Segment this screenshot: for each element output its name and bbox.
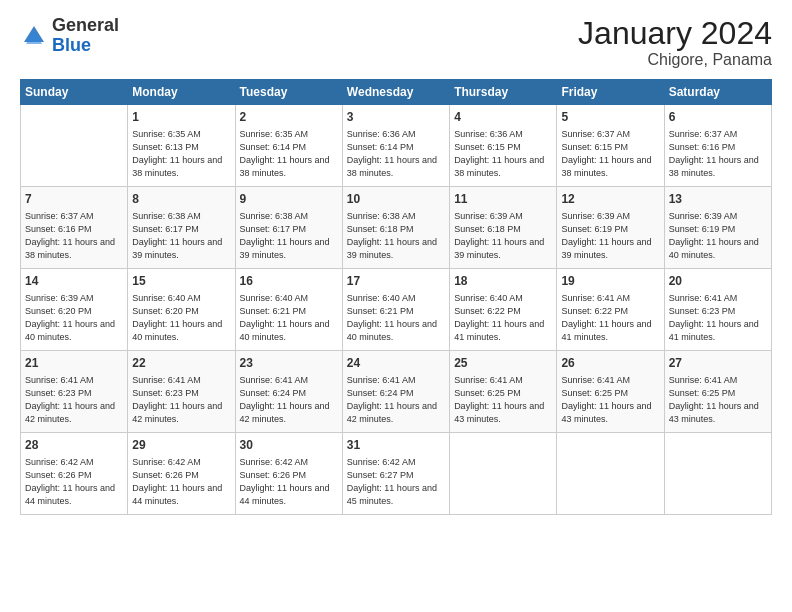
calendar-week-row: 21Sunrise: 6:41 AMSunset: 6:23 PMDayligh… (21, 351, 772, 433)
day-info: Sunrise: 6:41 AMSunset: 6:24 PMDaylight:… (240, 374, 338, 426)
day-number: 3 (347, 109, 445, 126)
calendar-week-row: 14Sunrise: 6:39 AMSunset: 6:20 PMDayligh… (21, 269, 772, 351)
logo-blue-text: Blue (52, 35, 91, 55)
day-info: Sunrise: 6:37 AMSunset: 6:15 PMDaylight:… (561, 128, 659, 180)
table-row: 12Sunrise: 6:39 AMSunset: 6:19 PMDayligh… (557, 187, 664, 269)
day-info: Sunrise: 6:35 AMSunset: 6:14 PMDaylight:… (240, 128, 338, 180)
day-info: Sunrise: 6:41 AMSunset: 6:25 PMDaylight:… (561, 374, 659, 426)
col-saturday: Saturday (664, 80, 771, 105)
day-number: 7 (25, 191, 123, 208)
table-row: 21Sunrise: 6:41 AMSunset: 6:23 PMDayligh… (21, 351, 128, 433)
calendar-week-row: 7Sunrise: 6:37 AMSunset: 6:16 PMDaylight… (21, 187, 772, 269)
day-number: 28 (25, 437, 123, 454)
day-info: Sunrise: 6:42 AMSunset: 6:26 PMDaylight:… (132, 456, 230, 508)
day-info: Sunrise: 6:39 AMSunset: 6:18 PMDaylight:… (454, 210, 552, 262)
table-row: 17Sunrise: 6:40 AMSunset: 6:21 PMDayligh… (342, 269, 449, 351)
col-sunday: Sunday (21, 80, 128, 105)
day-info: Sunrise: 6:35 AMSunset: 6:13 PMDaylight:… (132, 128, 230, 180)
day-info: Sunrise: 6:41 AMSunset: 6:25 PMDaylight:… (454, 374, 552, 426)
day-info: Sunrise: 6:37 AMSunset: 6:16 PMDaylight:… (25, 210, 123, 262)
table-row (664, 433, 771, 515)
day-number: 12 (561, 191, 659, 208)
day-number: 17 (347, 273, 445, 290)
table-row: 1Sunrise: 6:35 AMSunset: 6:13 PMDaylight… (128, 105, 235, 187)
day-info: Sunrise: 6:41 AMSunset: 6:23 PMDaylight:… (25, 374, 123, 426)
day-info: Sunrise: 6:39 AMSunset: 6:19 PMDaylight:… (669, 210, 767, 262)
logo: General Blue (20, 16, 119, 56)
day-number: 13 (669, 191, 767, 208)
day-number: 22 (132, 355, 230, 372)
day-number: 14 (25, 273, 123, 290)
col-friday: Friday (557, 80, 664, 105)
day-number: 16 (240, 273, 338, 290)
day-info: Sunrise: 6:39 AMSunset: 6:20 PMDaylight:… (25, 292, 123, 344)
table-row: 18Sunrise: 6:40 AMSunset: 6:22 PMDayligh… (450, 269, 557, 351)
day-number: 18 (454, 273, 552, 290)
table-row: 2Sunrise: 6:35 AMSunset: 6:14 PMDaylight… (235, 105, 342, 187)
day-info: Sunrise: 6:42 AMSunset: 6:26 PMDaylight:… (240, 456, 338, 508)
calendar-page: General Blue January 2024 Chigore, Panam… (0, 0, 792, 612)
logo-icon (20, 22, 48, 50)
table-row: 20Sunrise: 6:41 AMSunset: 6:23 PMDayligh… (664, 269, 771, 351)
day-info: Sunrise: 6:41 AMSunset: 6:24 PMDaylight:… (347, 374, 445, 426)
day-number: 20 (669, 273, 767, 290)
day-info: Sunrise: 6:41 AMSunset: 6:25 PMDaylight:… (669, 374, 767, 426)
day-number: 2 (240, 109, 338, 126)
day-info: Sunrise: 6:42 AMSunset: 6:27 PMDaylight:… (347, 456, 445, 508)
calendar-subtitle: Chigore, Panama (578, 51, 772, 69)
day-number: 8 (132, 191, 230, 208)
table-row: 30Sunrise: 6:42 AMSunset: 6:26 PMDayligh… (235, 433, 342, 515)
day-number: 19 (561, 273, 659, 290)
day-info: Sunrise: 6:40 AMSunset: 6:22 PMDaylight:… (454, 292, 552, 344)
day-number: 26 (561, 355, 659, 372)
table-row: 23Sunrise: 6:41 AMSunset: 6:24 PMDayligh… (235, 351, 342, 433)
day-info: Sunrise: 6:40 AMSunset: 6:20 PMDaylight:… (132, 292, 230, 344)
header: General Blue January 2024 Chigore, Panam… (20, 16, 772, 69)
day-number: 11 (454, 191, 552, 208)
table-row: 28Sunrise: 6:42 AMSunset: 6:26 PMDayligh… (21, 433, 128, 515)
col-wednesday: Wednesday (342, 80, 449, 105)
col-tuesday: Tuesday (235, 80, 342, 105)
day-number: 21 (25, 355, 123, 372)
col-monday: Monday (128, 80, 235, 105)
table-row: 16Sunrise: 6:40 AMSunset: 6:21 PMDayligh… (235, 269, 342, 351)
day-info: Sunrise: 6:38 AMSunset: 6:17 PMDaylight:… (132, 210, 230, 262)
day-number: 10 (347, 191, 445, 208)
calendar-week-row: 28Sunrise: 6:42 AMSunset: 6:26 PMDayligh… (21, 433, 772, 515)
table-row: 15Sunrise: 6:40 AMSunset: 6:20 PMDayligh… (128, 269, 235, 351)
logo-general-text: General (52, 15, 119, 35)
table-row: 27Sunrise: 6:41 AMSunset: 6:25 PMDayligh… (664, 351, 771, 433)
table-row: 10Sunrise: 6:38 AMSunset: 6:18 PMDayligh… (342, 187, 449, 269)
day-number: 5 (561, 109, 659, 126)
table-row: 3Sunrise: 6:36 AMSunset: 6:14 PMDaylight… (342, 105, 449, 187)
day-info: Sunrise: 6:37 AMSunset: 6:16 PMDaylight:… (669, 128, 767, 180)
day-info: Sunrise: 6:42 AMSunset: 6:26 PMDaylight:… (25, 456, 123, 508)
day-info: Sunrise: 6:39 AMSunset: 6:19 PMDaylight:… (561, 210, 659, 262)
day-info: Sunrise: 6:38 AMSunset: 6:17 PMDaylight:… (240, 210, 338, 262)
table-row: 25Sunrise: 6:41 AMSunset: 6:25 PMDayligh… (450, 351, 557, 433)
calendar-week-row: 1Sunrise: 6:35 AMSunset: 6:13 PMDaylight… (21, 105, 772, 187)
table-row: 7Sunrise: 6:37 AMSunset: 6:16 PMDaylight… (21, 187, 128, 269)
day-info: Sunrise: 6:40 AMSunset: 6:21 PMDaylight:… (347, 292, 445, 344)
day-number: 4 (454, 109, 552, 126)
day-info: Sunrise: 6:40 AMSunset: 6:21 PMDaylight:… (240, 292, 338, 344)
day-number: 27 (669, 355, 767, 372)
day-number: 31 (347, 437, 445, 454)
table-row: 11Sunrise: 6:39 AMSunset: 6:18 PMDayligh… (450, 187, 557, 269)
day-number: 29 (132, 437, 230, 454)
day-info: Sunrise: 6:36 AMSunset: 6:15 PMDaylight:… (454, 128, 552, 180)
day-number: 9 (240, 191, 338, 208)
calendar-title: January 2024 (578, 16, 772, 51)
table-row: 31Sunrise: 6:42 AMSunset: 6:27 PMDayligh… (342, 433, 449, 515)
table-row: 14Sunrise: 6:39 AMSunset: 6:20 PMDayligh… (21, 269, 128, 351)
table-row: 4Sunrise: 6:36 AMSunset: 6:15 PMDaylight… (450, 105, 557, 187)
table-row: 19Sunrise: 6:41 AMSunset: 6:22 PMDayligh… (557, 269, 664, 351)
day-info: Sunrise: 6:38 AMSunset: 6:18 PMDaylight:… (347, 210, 445, 262)
table-row: 29Sunrise: 6:42 AMSunset: 6:26 PMDayligh… (128, 433, 235, 515)
table-row: 24Sunrise: 6:41 AMSunset: 6:24 PMDayligh… (342, 351, 449, 433)
day-info: Sunrise: 6:41 AMSunset: 6:22 PMDaylight:… (561, 292, 659, 344)
table-row: 6Sunrise: 6:37 AMSunset: 6:16 PMDaylight… (664, 105, 771, 187)
day-info: Sunrise: 6:36 AMSunset: 6:14 PMDaylight:… (347, 128, 445, 180)
table-row: 5Sunrise: 6:37 AMSunset: 6:15 PMDaylight… (557, 105, 664, 187)
day-number: 24 (347, 355, 445, 372)
